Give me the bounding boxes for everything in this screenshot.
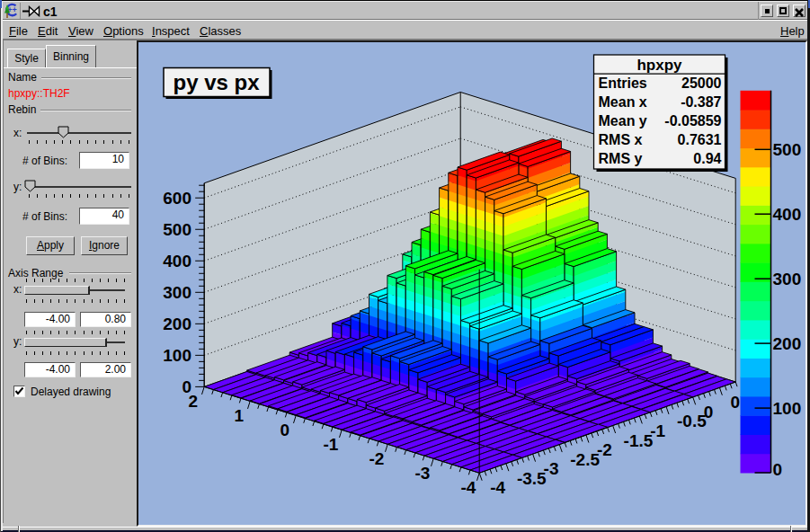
svg-text:-3: -3: [414, 464, 430, 483]
svg-text:500: 500: [773, 140, 802, 159]
svg-text:Mean x: Mean x: [599, 94, 647, 110]
svg-text:-3.5: -3.5: [517, 469, 547, 488]
svg-text:-2: -2: [369, 449, 384, 468]
svg-text:-0.387: -0.387: [681, 94, 721, 110]
svg-text:100: 100: [163, 346, 191, 365]
svg-text:RMS x: RMS x: [599, 132, 643, 147]
svg-text:0.94: 0.94: [693, 151, 721, 166]
svg-text:300: 300: [163, 283, 191, 302]
svg-text:-2: -2: [597, 440, 612, 459]
svg-text:500: 500: [163, 220, 191, 239]
svg-text:400: 400: [163, 252, 191, 270]
svg-text:200: 200: [163, 315, 191, 333]
svg-text:0: 0: [773, 460, 783, 479]
svg-text:300: 300: [773, 270, 802, 288]
svg-text:py vs px: py vs px: [173, 70, 260, 94]
svg-text:600: 600: [163, 189, 191, 208]
svg-text:-1: -1: [650, 421, 665, 440]
svg-text:0: 0: [280, 421, 290, 439]
svg-text:1: 1: [235, 406, 245, 425]
svg-text:0: 0: [704, 403, 714, 421]
svg-text:RMS y: RMS y: [599, 151, 643, 166]
svg-text:400: 400: [773, 205, 802, 224]
svg-text:0: 0: [182, 377, 191, 396]
svg-text:0.7631: 0.7631: [678, 132, 722, 147]
svg-text:0: 0: [730, 393, 740, 412]
svg-text:-0.05859: -0.05859: [664, 113, 721, 129]
svg-text:-3: -3: [544, 459, 559, 478]
svg-text:Mean y: Mean y: [599, 113, 647, 129]
svg-text:-2.5: -2.5: [570, 450, 600, 469]
svg-text:hpxpy: hpxpy: [636, 57, 682, 74]
svg-text:Entries: Entries: [599, 75, 647, 91]
svg-text:100: 100: [773, 399, 802, 418]
svg-text:-4: -4: [460, 478, 476, 497]
svg-text:-4: -4: [490, 478, 505, 497]
svg-text:200: 200: [773, 334, 802, 353]
svg-text:25000: 25000: [681, 75, 722, 91]
svg-text:-0.5: -0.5: [677, 412, 707, 430]
svg-text:-1.5: -1.5: [624, 431, 654, 450]
svg-text:-1: -1: [323, 435, 338, 454]
